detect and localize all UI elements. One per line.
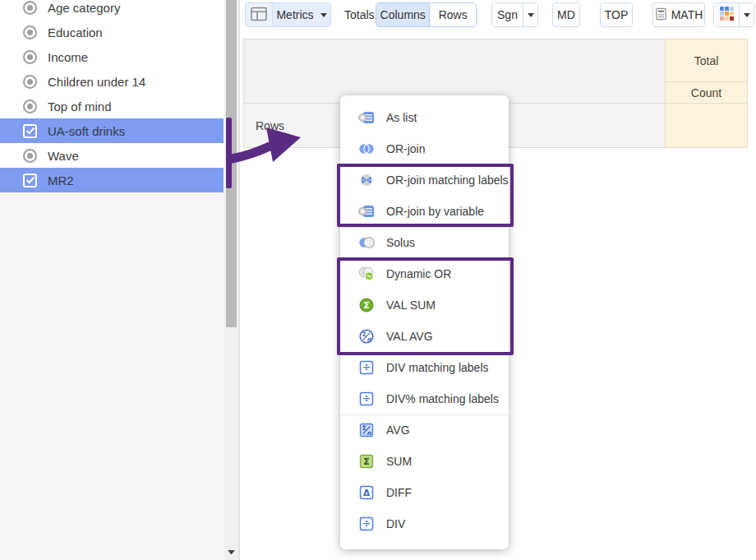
radio-icon[interactable] (23, 25, 37, 39)
menu-separator (340, 164, 509, 165)
table-total-header-cell[interactable]: Total (665, 39, 748, 82)
sidebar-item-label: UA-soft drinks (48, 124, 125, 138)
menu-item-div-matching-labels[interactable]: ÷ DIV matching labels (340, 352, 509, 383)
or-join-by-variable-icon (358, 204, 375, 219)
table-column-header-empty-cell (243, 39, 666, 104)
menu-item-or-join[interactable]: OR-join (340, 133, 509, 164)
svg-text:÷: ÷ (362, 518, 371, 530)
sgn-button[interactable]: Sgn (492, 3, 523, 26)
menu-item-sum[interactable]: Σ SUM (340, 446, 509, 477)
menu-item-avg[interactable]: Σ n AVG (340, 414, 509, 446)
svg-text:Σ: Σ (363, 300, 370, 311)
menu-separator (340, 414, 509, 415)
solus-icon (358, 235, 375, 250)
radio-icon[interactable] (23, 50, 37, 64)
as-list-icon (358, 110, 375, 125)
radio-icon[interactable] (23, 149, 37, 163)
sum-icon: Σ (358, 454, 375, 469)
dynamic-or-icon (358, 266, 375, 281)
color-grid-button[interactable] (714, 3, 740, 26)
radio-icon[interactable] (23, 100, 37, 113)
menu-item-label: VAL SUM (386, 299, 436, 312)
div-percent-icon: ÷ (358, 391, 375, 406)
menu-item-as-list[interactable]: As list (340, 102, 509, 133)
menu-item-label: DIV% matching labels (386, 392, 499, 405)
menu-item-or-join-by-variable[interactable]: OR-join by variable (340, 196, 509, 227)
menu-item-solus[interactable]: Solus (340, 227, 509, 258)
color-grid-dropdown-button[interactable] (740, 3, 754, 26)
sidebar-scrollbar[interactable] (224, 0, 238, 560)
dropdown-caret-icon (744, 13, 750, 17)
menu-separator (340, 258, 509, 259)
dropdown-caret-icon (320, 13, 327, 17)
avg-icon: Σ n (358, 423, 375, 437)
menu-item-label: OR-join by variable (386, 205, 484, 218)
sidebar-item-children-under-14[interactable]: Children under 14 (0, 69, 224, 94)
totals-columns-button[interactable]: Columns (376, 3, 430, 26)
metrics-button[interactable]: Metrics (273, 3, 330, 26)
val-sum-icon: Σ (358, 298, 375, 312)
sidebar-item-label: Wave (48, 149, 79, 163)
menu-item-div-percent-matching-labels[interactable]: ÷ DIV% matching labels (340, 383, 509, 414)
sidebar-item-label: Education (48, 25, 103, 39)
radio-icon[interactable] (23, 1, 37, 15)
menu-item-label: VAL AVG (386, 330, 433, 343)
sidebar-item-income[interactable]: Income (0, 44, 224, 69)
svg-text:n: n (366, 336, 371, 343)
totals-label: Totals: (344, 2, 377, 27)
sidebar-item-wave[interactable]: Wave (0, 143, 224, 168)
math-button[interactable]: MATH (652, 2, 705, 27)
totals-rows-button[interactable]: Rows (430, 3, 476, 26)
diff-icon: Δ (358, 485, 375, 500)
menu-item-div[interactable]: ÷ DIV (340, 508, 509, 539)
sidebar-item-label: Income (48, 50, 88, 64)
svg-text:n: n (366, 429, 371, 437)
menu-item-label: DIFF (386, 486, 412, 499)
table-body-total-cell[interactable] (665, 103, 748, 148)
sidebar-item-top-of-mind[interactable]: Top of mind (0, 94, 224, 118)
calculator-icon (655, 7, 667, 23)
menu-item-label: As list (386, 111, 417, 124)
metrics-button-label: Metrics (276, 8, 313, 21)
svg-text:Δ: Δ (363, 488, 371, 498)
menu-item-val-sum[interactable]: Σ VAL SUM (340, 289, 509, 321)
menu-item-val-avg[interactable]: Σ n VAL AVG (340, 321, 509, 352)
sidebar-item-ua-soft-drinks[interactable]: UA-soft drinks (0, 118, 224, 143)
svg-text:÷: ÷ (362, 393, 371, 405)
menu-separator (340, 227, 509, 228)
menu-item-label: SUM (386, 455, 412, 468)
div-icon: ÷ (358, 516, 375, 531)
totals-columns-label: Columns (380, 8, 426, 21)
menu-item-dynamic-or[interactable]: Dynamic OR (340, 258, 509, 289)
rows-header-label: Rows (256, 104, 284, 147)
math-button-label: MATH (671, 8, 703, 21)
scrollbar-down-arrow-icon[interactable] (224, 544, 238, 558)
app-root: Age category Education Income Children u… (0, 0, 756, 560)
val-avg-icon: Σ n (358, 329, 375, 344)
sgn-button-label: Sgn (497, 8, 518, 21)
sidebar-item-age-category[interactable]: Age category (0, 0, 224, 20)
main-panel: Metrics Totals: Columns Rows Sgn MD (240, 0, 756, 560)
sgn-dropdown-button[interactable] (523, 3, 537, 26)
menu-item-diff[interactable]: Δ DIFF (340, 477, 509, 508)
variables-list: Age category Education Income Children u… (0, 0, 224, 192)
radio-icon[interactable] (23, 75, 37, 89)
md-button-label: MD (557, 8, 575, 21)
checkbox-checked-icon[interactable] (23, 124, 37, 138)
checkbox-checked-icon[interactable] (23, 174, 37, 187)
sidebar-item-education[interactable]: Education (0, 20, 224, 44)
sgn-split-button: Sgn (491, 2, 538, 27)
svg-text:÷: ÷ (362, 362, 371, 373)
div-icon: ÷ (358, 360, 375, 375)
count-header-label: Count (691, 86, 721, 100)
sidebar-item-mr2[interactable]: MR2 (0, 168, 224, 192)
top-button[interactable]: TOP (600, 2, 633, 27)
sidebar-item-label: Top of mind (48, 100, 112, 113)
menu-item-or-join-matching-labels[interactable]: OR-join matching labels (340, 164, 509, 196)
menu-item-label: OR-join matching labels (386, 174, 509, 187)
dropdown-caret-icon (528, 13, 534, 17)
table-layout-button[interactable] (246, 3, 273, 26)
table-count-header-cell[interactable]: Count (665, 81, 748, 104)
md-button[interactable]: MD (552, 2, 580, 27)
or-join-matching-labels-icon (358, 173, 375, 187)
